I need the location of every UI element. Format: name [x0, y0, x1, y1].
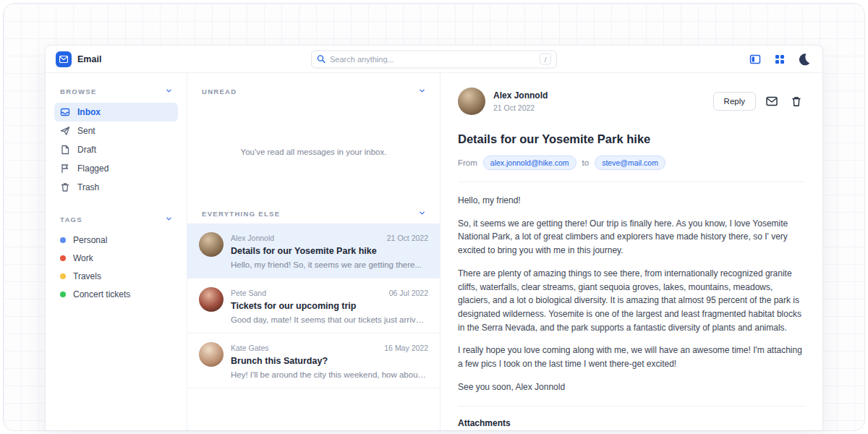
avatar — [199, 287, 224, 312]
mail-button[interactable] — [763, 93, 780, 110]
message-preview: Hey! I'll be around the city this weeken… — [231, 370, 428, 379]
tag-dot-icon — [60, 255, 66, 261]
app-header: Email / — [46, 46, 822, 73]
search-input[interactable] — [330, 55, 535, 64]
message-sender: Kate Gates — [231, 344, 269, 352]
chevron-down-icon[interactable] — [419, 210, 425, 218]
chevron-down-icon[interactable] — [419, 88, 425, 95]
draft-icon — [60, 145, 70, 155]
tag-item-personal[interactable]: Personal — [54, 231, 178, 249]
tag-item-work[interactable]: Work — [54, 249, 178, 267]
unread-section-header[interactable]: UNREAD — [187, 88, 440, 95]
from-to-row: From alex.jonnold@hike.com to steve@mail… — [458, 156, 805, 170]
reader-actions: Reply — [713, 92, 805, 111]
sidebar: BROWSE Inbox Sent — [46, 73, 187, 430]
sidebar-item-inbox[interactable]: Inbox — [54, 103, 178, 122]
message-sender: Pete Sand — [231, 289, 266, 297]
to-email-chip[interactable]: steve@mail.com — [595, 156, 665, 170]
sidebar-item-sent[interactable]: Sent — [54, 122, 178, 140]
avatar — [199, 342, 224, 367]
message-content: Kate Gates 16 May 2022 Brunch this Satur… — [231, 342, 428, 379]
tags-label: TAGS — [60, 216, 82, 224]
flag-icon — [60, 163, 70, 174]
divider — [458, 182, 805, 182]
message-sender: Alex Jonnold — [231, 234, 274, 242]
unread-empty-message: You've read all messages in your inbox. — [187, 148, 440, 156]
tags-section-header[interactable]: TAGS — [54, 216, 178, 224]
avatar — [199, 232, 224, 257]
from-email-chip[interactable]: alex.jonnold@hike.com — [483, 156, 576, 170]
message-list-column: UNREAD You've read all messages in your … — [187, 73, 441, 430]
message-list-item-pete[interactable]: Pete Sand 06 Jul 2022 Tickets for our up… — [187, 278, 440, 333]
email-paragraph: Hello, my friend! — [458, 194, 805, 208]
search-icon — [317, 55, 326, 64]
message-subject: Brunch this Saturday? — [231, 356, 428, 366]
message-preview: Hello, my friend! So, it seems we are ge… — [231, 260, 428, 269]
sidebar-item-label: Draft — [77, 145, 96, 155]
chevron-down-icon[interactable] — [166, 216, 172, 224]
search-shortcut-key: / — [540, 54, 551, 65]
email-paragraph: There are plenty of amazing things to se… — [458, 267, 805, 335]
tag-dot-icon — [60, 292, 66, 297]
app-title: Email — [77, 54, 101, 64]
tag-dot-icon — [60, 237, 66, 243]
delete-button[interactable] — [788, 93, 805, 110]
sidebar-item-flagged[interactable]: Flagged — [54, 159, 178, 178]
message-date: 21 Oct 2022 — [387, 234, 428, 242]
email-app: Email / BROWSE — [45, 45, 823, 430]
avatar — [458, 88, 485, 115]
tag-label: Concert tickets — [73, 289, 130, 299]
apps-grid-button[interactable] — [772, 51, 788, 67]
everything-else-section-header[interactable]: EVERYTHING ELSE — [187, 210, 440, 218]
sidebar-item-label: Trash — [77, 182, 99, 192]
browse-label: BROWSE — [60, 88, 97, 95]
header-actions — [747, 51, 812, 67]
email-subject: Details for our Yosemite Park hike — [458, 132, 805, 146]
sidebar-item-trash[interactable]: Trash — [54, 178, 178, 197]
to-label: to — [582, 158, 590, 167]
email-paragraph: I really hope you love coming along with… — [458, 344, 805, 370]
sidebar-item-label: Sent — [77, 126, 95, 136]
reader-date: 21 Oct 2022 — [493, 103, 548, 112]
message-date: 06 Jul 2022 — [389, 289, 428, 297]
tags-section: TAGS Personal Work Travels — [54, 216, 178, 303]
email-logo-icon — [56, 51, 72, 67]
from-label: From — [458, 158, 477, 167]
message-list-item-alex[interactable]: Alex Jonnold 21 Oct 2022 Details for our… — [187, 224, 440, 278]
message-content: Alex Jonnold 21 Oct 2022 Details for our… — [231, 232, 428, 269]
chevron-down-icon[interactable] — [166, 88, 172, 95]
reply-button[interactable]: Reply — [713, 92, 756, 111]
reader-sender-block: Alex Jonnold 21 Oct 2022 — [493, 90, 548, 112]
brand: Email — [56, 51, 101, 67]
message-date: 16 May 2022 — [384, 344, 428, 352]
dark-mode-moon-button[interactable] — [796, 51, 812, 67]
reader-sender-name: Alex Jonnold — [493, 90, 548, 101]
app-body: BROWSE Inbox Sent — [46, 73, 822, 430]
sidebar-item-draft[interactable]: Draft — [54, 140, 178, 159]
tag-dot-icon — [60, 273, 66, 279]
email-paragraph: See you soon, Alex Jonnold — [458, 380, 805, 394]
trash-icon — [60, 182, 70, 192]
browse-section-header[interactable]: BROWSE — [54, 88, 178, 95]
message-preview: Good day, mate! It seems that our ticket… — [231, 315, 428, 324]
message-list-item-kate[interactable]: Kate Gates 16 May 2022 Brunch this Satur… — [187, 333, 440, 388]
tag-label: Work — [73, 253, 93, 263]
message-content: Pete Sand 06 Jul 2022 Tickets for our up… — [231, 287, 428, 324]
everything-else-label: EVERYTHING ELSE — [202, 210, 280, 218]
tag-label: Travels — [73, 271, 101, 281]
search-bar[interactable]: / — [311, 50, 557, 68]
tag-item-concert-tickets[interactable]: Concert tickets — [54, 285, 178, 303]
layout-panel-button[interactable] — [747, 51, 763, 67]
tag-item-travels[interactable]: Travels — [54, 267, 178, 285]
message-subject: Tickets for our upcoming trip — [231, 301, 428, 311]
message-subject: Details for our Yosemite Park hike — [231, 246, 428, 256]
sent-icon — [60, 126, 70, 136]
email-paragraph: So, it seems we are getting there! Our t… — [458, 217, 805, 258]
inbox-icon — [60, 107, 70, 117]
reader-pane: Alex Jonnold 21 Oct 2022 Reply Details f… — [441, 73, 822, 430]
sidebar-item-label: Flagged — [77, 163, 109, 174]
reader-header: Alex Jonnold 21 Oct 2022 Reply — [458, 88, 805, 115]
email-body: Hello, my friend! So, it seems we are ge… — [458, 194, 805, 394]
unread-label: UNREAD — [202, 88, 237, 95]
tag-label: Personal — [73, 235, 107, 245]
